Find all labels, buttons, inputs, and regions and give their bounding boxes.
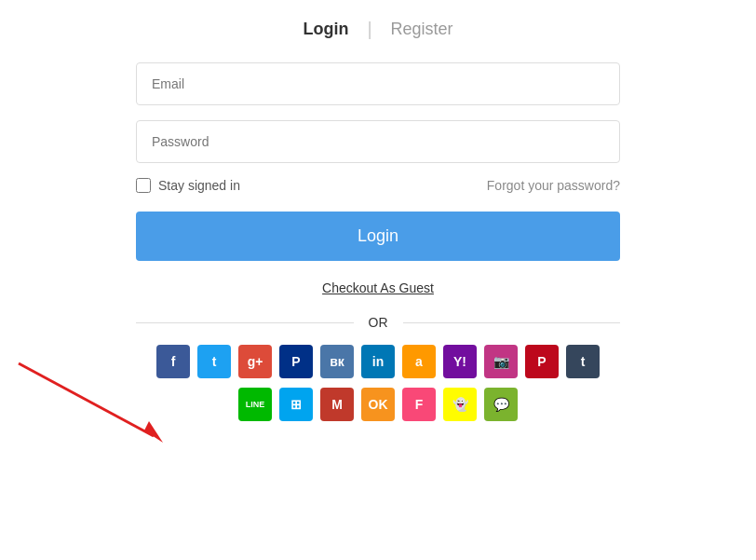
stay-signed-container: Stay signed in — [136, 178, 240, 193]
social-row-2: LINE⊞MOKF👻💬 — [136, 388, 620, 421]
social-icon-twitter[interactable]: t — [197, 345, 231, 378]
password-group — [136, 120, 620, 163]
or-line-right — [403, 322, 621, 323]
or-text: OR — [354, 315, 403, 330]
login-button[interactable]: Login — [136, 212, 620, 261]
social-icon-pinterest[interactable]: P — [525, 345, 559, 378]
social-icon-tumblr[interactable]: t — [566, 345, 600, 378]
social-icon-line[interactable]: LINE — [238, 388, 272, 421]
email-input[interactable] — [136, 62, 620, 105]
svg-marker-1 — [144, 421, 163, 443]
checkout-guest-link[interactable]: Checkout As Guest — [322, 280, 434, 295]
social-icon-mail[interactable]: M — [320, 388, 354, 421]
auth-tabs: Login | Register — [136, 19, 620, 40]
tab-divider: | — [367, 19, 371, 40]
social-icon-snapchat[interactable]: 👻 — [443, 388, 477, 421]
stay-signed-label[interactable]: Stay signed in — [158, 178, 240, 193]
social-icon-yahoo[interactable]: Y! — [443, 345, 477, 378]
social-icon-foursquare[interactable]: F — [402, 388, 436, 421]
password-input[interactable] — [136, 120, 620, 163]
social-icon-instagram[interactable]: 📷 — [484, 345, 518, 378]
social-icon-facebook[interactable]: f — [156, 345, 190, 378]
or-divider: OR — [136, 315, 620, 330]
social-icon-odnoklassniki[interactable]: OK — [361, 388, 395, 421]
email-group — [136, 62, 620, 105]
social-icon-vk[interactable]: вк — [320, 345, 354, 378]
options-row: Stay signed in Forgot your password? — [136, 178, 620, 193]
social-icon-google[interactable]: g+ — [238, 345, 272, 378]
social-icon-windows[interactable]: ⊞ — [279, 388, 313, 421]
social-icon-paypal[interactable]: P — [279, 345, 313, 378]
or-line-left — [136, 322, 354, 323]
social-row-1: ftg+PвкinaY!📷Pt — [136, 345, 620, 378]
stay-signed-checkbox[interactable] — [136, 178, 151, 193]
tab-login[interactable]: Login — [288, 20, 363, 39]
checkout-guest-container: Checkout As Guest — [136, 280, 620, 296]
social-icon-amazon[interactable]: a — [402, 345, 436, 378]
svg-line-0 — [19, 363, 154, 436]
tab-register[interactable]: Register — [376, 20, 468, 39]
forgot-password-link[interactable]: Forgot your password? — [487, 178, 620, 193]
social-icon-linkedin[interactable]: in — [361, 345, 395, 378]
social-icon-wechat[interactable]: 💬 — [484, 388, 518, 421]
